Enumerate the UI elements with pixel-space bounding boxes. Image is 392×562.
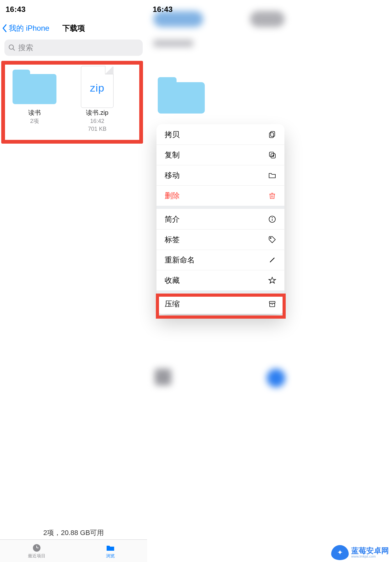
status-bar-right: 16:43 — [147, 0, 292, 19]
svg-marker-20 — [269, 277, 276, 283]
menu-label: 压缩 — [165, 299, 180, 309]
file-grid: 读书 2项 zip 读书.zip 16:42 701 KB — [0, 61, 147, 133]
menu-item-duplicate[interactable]: 复制 — [156, 145, 284, 165]
trash-icon — [268, 192, 276, 200]
zip-badge: zip — [90, 82, 104, 94]
storage-info: 2项，20.88 GB可用 — [0, 528, 147, 538]
file-name: 读书 — [28, 109, 41, 117]
menu-separator — [156, 290, 284, 294]
svg-rect-6 — [269, 133, 273, 138]
zip-file-icon: zip — [81, 66, 114, 108]
file-item-zip[interactable]: zip 读书.zip 16:42 701 KB — [66, 66, 129, 133]
copy-icon — [268, 130, 276, 139]
watermark-logo-icon: ✦ — [331, 545, 349, 560]
tab-browse[interactable]: 浏览 — [74, 540, 147, 562]
context-menu: 拷贝 复制 移动 删除 简介 标签 — [156, 124, 284, 314]
menu-item-rename[interactable]: 重新命名 — [156, 250, 284, 270]
star-icon — [268, 276, 276, 284]
menu-item-copy[interactable]: 拷贝 — [156, 124, 284, 145]
menu-label: 移动 — [165, 170, 180, 180]
svg-line-1 — [13, 49, 15, 50]
menu-item-favorite[interactable]: 收藏 — [156, 270, 284, 290]
duplicate-icon — [268, 151, 276, 159]
menu-label: 删除 — [165, 191, 180, 201]
folder-icon — [106, 543, 115, 553]
tab-label: 浏览 — [106, 553, 115, 559]
back-label: 我的 iPhone — [9, 23, 49, 33]
menu-item-tags[interactable]: 标签 — [156, 229, 284, 250]
svg-rect-21 — [269, 301, 275, 303]
status-time: 16:43 — [6, 5, 26, 14]
clock-icon — [32, 543, 41, 553]
watermark: ✦ 蓝莓安卓网 www.lmkjst.com — [331, 545, 389, 560]
nav-bar: 我的 iPhone 下载项 — [0, 19, 147, 38]
folder-icon — [158, 77, 205, 114]
menu-label: 简介 — [165, 214, 180, 224]
search-field[interactable]: 搜索 — [4, 40, 143, 56]
svg-rect-5 — [271, 131, 275, 136]
svg-rect-22 — [270, 303, 275, 307]
menu-label: 拷贝 — [165, 130, 180, 140]
svg-point-17 — [272, 217, 272, 218]
menu-label: 复制 — [165, 150, 180, 160]
tab-recent[interactable]: 最近项目 — [0, 540, 74, 562]
info-icon — [268, 215, 276, 223]
svg-point-0 — [9, 45, 13, 49]
right-screenshot: 16:43 拷贝 复制 移动 删除 简介 — [147, 0, 292, 562]
back-button[interactable]: 我的 iPhone — [0, 23, 49, 33]
menu-item-move[interactable]: 移动 — [156, 165, 284, 185]
menu-label: 重新命名 — [165, 255, 195, 265]
menu-item-delete[interactable]: 删除 — [156, 185, 284, 206]
tab-bar: 最近项目 浏览 — [0, 539, 147, 562]
tag-icon — [268, 236, 276, 244]
file-size: 701 KB — [88, 125, 106, 133]
watermark-brand: 蓝莓安卓网 — [351, 547, 389, 554]
folder-preview[interactable] — [158, 77, 205, 114]
svg-point-18 — [270, 237, 271, 238]
file-time: 16:42 — [90, 118, 104, 125]
folder-move-icon — [268, 171, 276, 179]
pencil-icon — [268, 256, 276, 264]
search-icon — [8, 44, 16, 51]
left-screenshot: 16:43 我的 iPhone 下载项 搜索 读书 2项 — [0, 0, 147, 562]
menu-item-info[interactable]: 简介 — [156, 209, 284, 229]
tab-label: 最近项目 — [28, 553, 45, 559]
file-name: 读书.zip — [86, 109, 108, 117]
file-item-folder[interactable]: 读书 2项 — [3, 66, 66, 133]
status-bar-left: 16:43 — [0, 0, 147, 19]
menu-label: 收藏 — [165, 275, 180, 285]
archive-icon — [268, 300, 276, 308]
search-placeholder: 搜索 — [18, 43, 33, 53]
blank-area — [292, 0, 392, 562]
status-time: 16:43 — [153, 5, 173, 14]
menu-label: 标签 — [165, 235, 180, 245]
menu-separator — [156, 206, 284, 209]
chevron-left-icon — [2, 24, 8, 33]
watermark-url: www.lmkjst.com — [351, 554, 389, 558]
svg-line-19 — [270, 258, 274, 262]
file-meta: 2项 — [30, 118, 39, 125]
folder-icon — [13, 70, 56, 104]
menu-item-compress[interactable]: 压缩 — [156, 294, 284, 314]
